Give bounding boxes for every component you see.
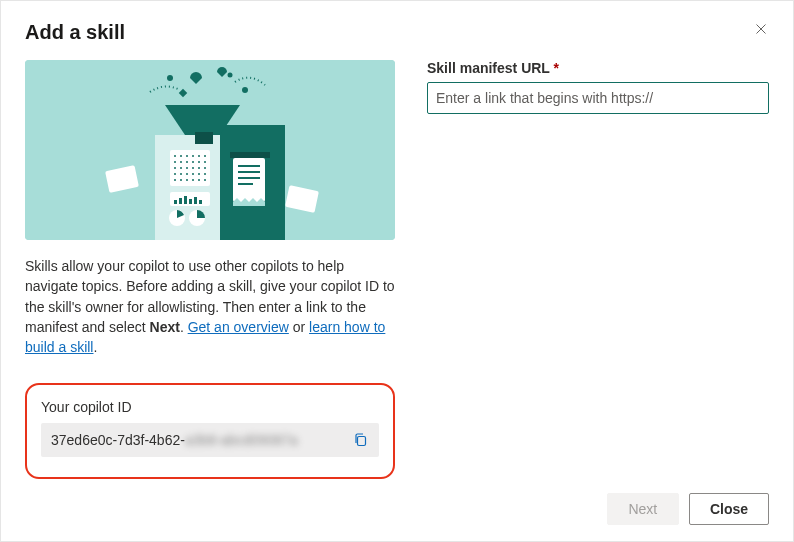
svg-point-25 <box>198 167 200 169</box>
svg-point-38 <box>204 179 206 181</box>
copilot-id-section-highlight: Your copilot ID 37ed6e0c-7d3f-4b62-a3b8-… <box>25 383 395 479</box>
svg-point-28 <box>180 173 182 175</box>
svg-point-29 <box>186 173 188 175</box>
panel-header: Add a skill <box>25 21 769 44</box>
copilot-id-field: 37ed6e0c-7d3f-4b62-a3b8-abcd09087a <box>41 423 379 457</box>
manifest-url-input[interactable] <box>427 82 769 114</box>
svg-point-6 <box>242 87 248 93</box>
svg-point-34 <box>180 179 182 181</box>
copilot-id-label: Your copilot ID <box>41 399 379 415</box>
copy-icon[interactable] <box>353 432 369 448</box>
svg-rect-41 <box>179 198 182 204</box>
svg-point-32 <box>204 173 206 175</box>
svg-rect-40 <box>174 200 177 204</box>
svg-rect-44 <box>194 197 197 204</box>
svg-rect-43 <box>189 199 192 204</box>
svg-point-10 <box>180 155 182 157</box>
svg-rect-42 <box>184 196 187 204</box>
description-text: Skills allow your copilot to use other c… <box>25 256 395 357</box>
copilot-id-value: 37ed6e0c-7d3f-4b62- <box>51 432 185 448</box>
close-icon[interactable] <box>753 21 769 37</box>
close-button[interactable]: Close <box>689 493 769 525</box>
svg-point-19 <box>198 161 200 163</box>
panel-title: Add a skill <box>25 21 125 44</box>
svg-point-14 <box>204 155 206 157</box>
get-overview-link[interactable]: Get an overview <box>188 319 289 335</box>
svg-point-16 <box>180 161 182 163</box>
svg-rect-45 <box>199 200 202 204</box>
svg-point-5 <box>228 73 233 78</box>
svg-point-11 <box>186 155 188 157</box>
svg-point-35 <box>186 179 188 181</box>
svg-point-23 <box>186 167 188 169</box>
svg-rect-48 <box>233 158 265 202</box>
svg-point-13 <box>198 155 200 157</box>
manifest-url-label: Skill manifest URL * <box>427 60 769 76</box>
svg-point-31 <box>198 173 200 175</box>
skill-illustration <box>25 60 395 240</box>
svg-rect-3 <box>195 132 213 144</box>
svg-point-4 <box>167 75 173 81</box>
next-button[interactable]: Next <box>607 493 679 525</box>
panel-footer: Next Close <box>25 479 769 525</box>
copilot-id-redacted: a3b8-abcd09087a <box>185 432 298 448</box>
svg-point-12 <box>192 155 194 157</box>
svg-point-15 <box>174 161 176 163</box>
svg-point-21 <box>174 167 176 169</box>
svg-point-26 <box>204 167 206 169</box>
svg-point-27 <box>174 173 176 175</box>
svg-point-33 <box>174 179 176 181</box>
svg-point-24 <box>192 167 194 169</box>
svg-point-20 <box>204 161 206 163</box>
svg-point-36 <box>192 179 194 181</box>
svg-rect-53 <box>230 152 270 158</box>
svg-point-18 <box>192 161 194 163</box>
svg-point-30 <box>192 173 194 175</box>
svg-rect-56 <box>358 437 366 446</box>
svg-point-22 <box>180 167 182 169</box>
svg-point-17 <box>186 161 188 163</box>
svg-point-9 <box>174 155 176 157</box>
svg-point-37 <box>198 179 200 181</box>
